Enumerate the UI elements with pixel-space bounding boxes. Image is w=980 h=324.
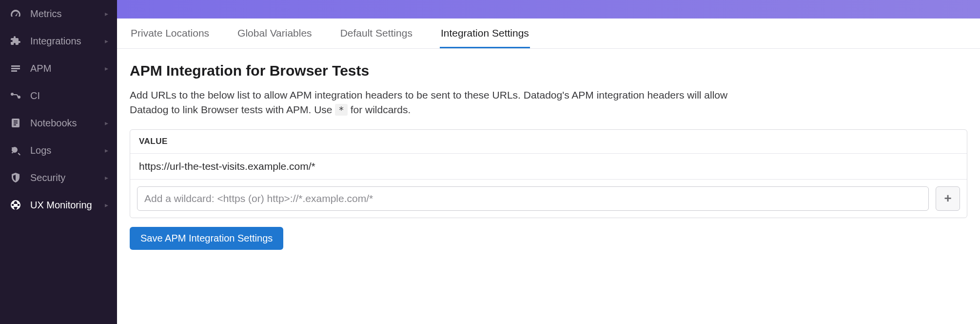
sidebar-item-ci[interactable]: CI [0, 82, 117, 109]
chevron-right-icon: ▸ [105, 37, 108, 45]
logs-icon [9, 144, 22, 156]
add-button[interactable]: + [936, 186, 960, 211]
chevron-right-icon: ▸ [105, 174, 108, 182]
tab-default-settings[interactable]: Default Settings [339, 19, 413, 48]
sidebar: Metrics ▸ Integrations ▸ APM ▸ CI Notebo… [0, 0, 117, 324]
value-table: VALUE https://url-the-test-visits.exampl… [130, 129, 967, 218]
notebook-icon [9, 117, 22, 129]
pipeline-icon [9, 90, 22, 101]
sidebar-item-notebooks[interactable]: Notebooks ▸ [0, 109, 117, 137]
sidebar-item-label: Logs [30, 145, 105, 156]
page-description: Add URLs to the below list to allow APM … [130, 88, 729, 118]
sidebar-item-label: CI [30, 90, 108, 101]
sidebar-item-label: APM [30, 63, 105, 74]
shield-icon [9, 172, 22, 183]
sidebar-item-logs[interactable]: Logs ▸ [0, 137, 117, 164]
globe-icon [9, 199, 22, 211]
sidebar-item-label: UX Monitoring [30, 200, 105, 211]
chevron-right-icon: ▸ [105, 146, 108, 154]
sidebar-item-label: Metrics [30, 8, 105, 20]
wildcard-code: * [335, 104, 347, 116]
save-apm-integration-button[interactable]: Save APM Integration Settings [130, 227, 283, 250]
description-text-pre: Add URLs to the below list to allow APM … [130, 89, 727, 115]
tab-global-variables[interactable]: Global Variables [236, 19, 313, 48]
chevron-right-icon: ▸ [105, 10, 108, 18]
sidebar-item-label: Security [30, 172, 105, 183]
layers-icon [9, 62, 22, 74]
sidebar-item-label: Notebooks [30, 118, 105, 129]
sidebar-item-security[interactable]: Security ▸ [0, 164, 117, 191]
sidebar-item-integrations[interactable]: Integrations ▸ [0, 27, 117, 55]
chevron-right-icon: ▸ [105, 119, 108, 127]
gauge-icon [9, 8, 22, 20]
chevron-right-icon: ▸ [105, 201, 108, 209]
wildcard-input[interactable] [137, 186, 929, 211]
description-text-post: for wildcards. [351, 104, 411, 115]
tab-private-locations[interactable]: Private Locations [130, 19, 210, 48]
tab-integration-settings[interactable]: Integration Settings [440, 19, 530, 48]
page-title: APM Integration for Browser Tests [130, 62, 967, 79]
puzzle-icon [9, 35, 22, 47]
value-table-row: https://url-the-test-visits.example.com/… [130, 154, 967, 180]
sidebar-item-ux-monitoring[interactable]: UX Monitoring ▸ [0, 191, 117, 219]
sidebar-item-apm[interactable]: APM ▸ [0, 55, 117, 82]
value-table-header: VALUE [130, 130, 967, 154]
tabs: Private Locations Global Variables Defau… [117, 19, 980, 49]
top-banner [117, 0, 980, 19]
plus-icon: + [944, 191, 951, 206]
chevron-right-icon: ▸ [105, 64, 108, 72]
value-add-row: + [130, 180, 967, 218]
main-content: Private Locations Global Variables Defau… [117, 0, 980, 324]
sidebar-item-label: Integrations [30, 36, 105, 47]
sidebar-item-metrics[interactable]: Metrics ▸ [0, 0, 117, 27]
